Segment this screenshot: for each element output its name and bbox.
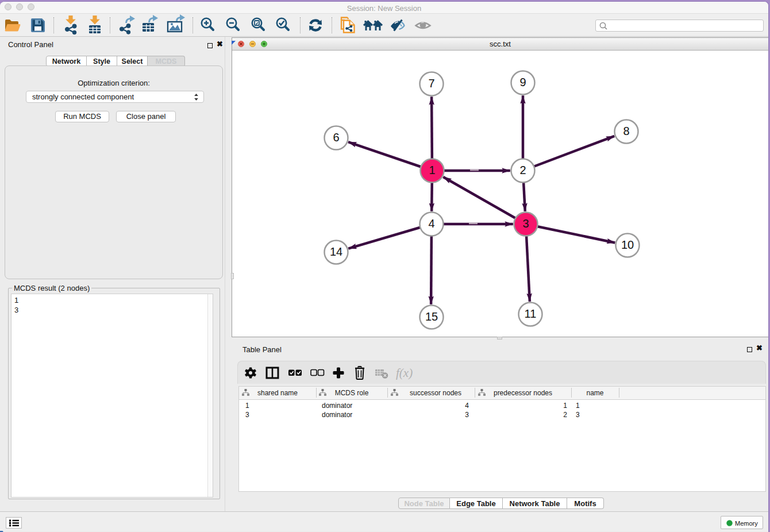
- svg-text:10: 10: [621, 238, 634, 251]
- svg-text:9: 9: [519, 76, 526, 88]
- svg-text:f(x): f(x): [396, 366, 413, 380]
- svg-text:6: 6: [333, 131, 339, 144]
- svg-text:1: 1: [429, 164, 435, 176]
- svg-text:8: 8: [623, 125, 629, 137]
- svg-text:14: 14: [330, 245, 342, 258]
- svg-text:15: 15: [425, 310, 438, 323]
- svg-text:3: 3: [522, 217, 529, 230]
- svg-text:2: 2: [519, 164, 526, 176]
- svg-text:4: 4: [428, 217, 434, 230]
- svg-text:11: 11: [525, 307, 537, 320]
- svg-text:7: 7: [428, 77, 434, 90]
